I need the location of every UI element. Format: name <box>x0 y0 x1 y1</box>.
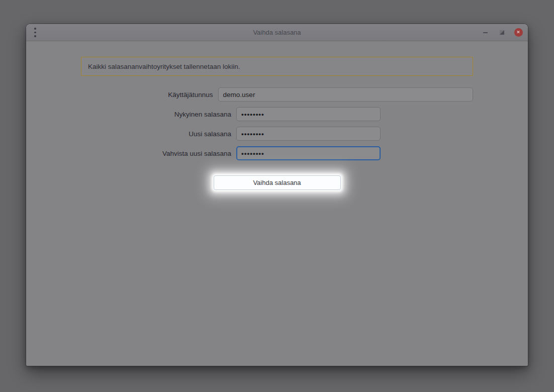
minimize-icon <box>483 32 488 33</box>
confirm-password-input[interactable] <box>236 146 381 160</box>
change-password-button[interactable]: Vaihda salasana <box>214 175 341 190</box>
new-password-row: Uusi salasana <box>81 127 473 141</box>
username-row: Käyttäjätunnus <box>81 87 473 102</box>
new-password-label: Uusi salasana <box>81 130 231 138</box>
warning-banner: Kaikki salasananvaihtoyritykset tallenne… <box>81 57 473 76</box>
warning-banner-text: Kaikki salasananvaihtoyritykset tallenne… <box>88 63 240 70</box>
close-icon: ✕ <box>514 28 523 37</box>
new-password-input[interactable] <box>236 127 381 141</box>
window-controls: ✕ <box>481 28 528 37</box>
restore-button[interactable] <box>497 28 506 37</box>
confirm-password-label: Vahvista uusi salasana <box>81 150 231 157</box>
current-password-input[interactable] <box>236 107 381 121</box>
close-button[interactable]: ✕ <box>514 28 523 37</box>
username-label: Käyttäjätunnus <box>81 91 213 99</box>
window-title: Vaihda salasana <box>26 29 528 36</box>
current-password-row: Nykyinen salasana <box>81 107 473 121</box>
confirm-password-row: Vahvista uusi salasana <box>81 146 473 160</box>
restore-window-icon <box>500 30 504 35</box>
window-content: Kaikki salasananvaihtoyritykset tallenne… <box>26 41 528 366</box>
titlebar[interactable]: Vaihda salasana ✕ <box>26 24 528 41</box>
minimize-button[interactable] <box>481 28 490 37</box>
current-password-label: Nykyinen salasana <box>81 111 231 118</box>
kebab-menu-icon[interactable] <box>28 24 42 41</box>
submit-button-row: Vaihda salasana <box>81 175 473 190</box>
change-password-window: Vaihda salasana ✕ Kaikki salasananvaihto… <box>26 24 528 366</box>
change-password-form: Käyttäjätunnus Nykyinen salasana Uusi sa… <box>81 87 473 190</box>
username-input[interactable] <box>218 87 473 102</box>
